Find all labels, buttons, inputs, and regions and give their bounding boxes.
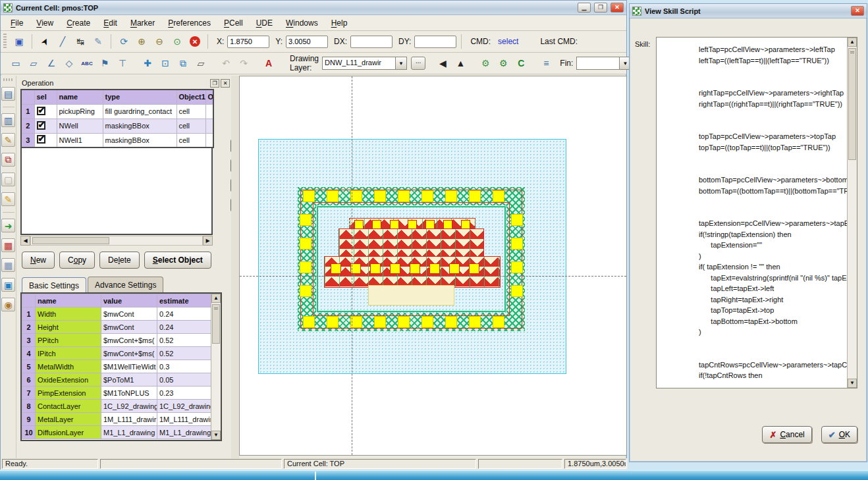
menu-ude[interactable]: UDE	[250, 16, 279, 30]
zoom-select-icon[interactable]: ⊙	[169, 34, 185, 49]
fin-combobox[interactable]: ▼	[576, 57, 631, 70]
skill-scroll-up-icon[interactable]: ▲	[848, 38, 857, 47]
scroll-up-icon[interactable]: ▲	[211, 294, 221, 303]
select-object-button[interactable]: Select Object	[144, 252, 211, 269]
settings-row[interactable]: 8ContactLayer1C_L92_drawing1C_L92_drawin…	[22, 400, 213, 413]
copy-button[interactable]: Copy	[59, 252, 95, 269]
settings-row[interactable]: 10DiffusionLayerM1_L1_drawingM1_L1_drawi…	[22, 426, 213, 439]
settings-row[interactable]: 4IPitch$mwCont+$ms(0.52	[22, 347, 213, 360]
cancel-command-icon[interactable]: ✕	[187, 34, 203, 49]
calendar-icon[interactable]: ▦	[1, 238, 15, 252]
minimize-button[interactable]: ▁	[578, 3, 591, 13]
panel-splitter[interactable]	[231, 76, 239, 458]
vscroll-thumb[interactable]	[212, 304, 220, 344]
settings-row[interactable]: 1Width$mwCont0.24	[22, 307, 213, 321]
cancel-button[interactable]: ✗Cancel	[762, 426, 811, 443]
settings-row[interactable]: 2Height$mwCont0.24	[22, 321, 213, 334]
operation-row[interactable]: 1pickupRingfill guardring_contactcell	[21, 104, 213, 119]
pcell-run-icon[interactable]: ⚙	[495, 55, 511, 71]
snap-mode-icon[interactable]: A	[261, 55, 277, 71]
settings-table[interactable]: namevalueestimate 1Width$mwCont0.242Heig…	[22, 294, 213, 439]
scroll-left-icon[interactable]: ◀	[20, 236, 30, 246]
scroll-down-icon[interactable]: ▼	[211, 431, 221, 440]
hscroll-thumb[interactable]	[32, 237, 109, 244]
x-coordinate-field[interactable]	[227, 36, 269, 48]
maximize-button[interactable]: ❐	[594, 3, 607, 13]
operation-hscrollbar[interactable]: ◀ ▶	[20, 236, 213, 246]
select-cursor-icon[interactable]: ➤	[37, 34, 53, 49]
toolbar-grip[interactable]	[3, 34, 7, 49]
layer-browse-button[interactable]: ...	[411, 57, 425, 70]
ok-button[interactable]: ✔OK	[821, 426, 857, 443]
settings-row[interactable]: 7PimpExtension$M1ToNPLUS0.23	[22, 387, 213, 400]
tab-advance-settings[interactable]: Advance Settings	[88, 277, 163, 292]
run-export-icon[interactable]: ➜	[1, 219, 15, 232]
operation-table-empty-area[interactable]	[20, 148, 213, 235]
operation-panel-titlebar[interactable]: Operation ❐ ✕	[20, 77, 231, 89]
drawing-layer-dropdown-icon[interactable]: ▼	[396, 57, 407, 70]
row-checkbox[interactable]	[37, 107, 45, 115]
row-checkbox[interactable]	[37, 135, 45, 144]
settings-row[interactable]: 3PPitch$mwCont+$ms(0.52	[22, 334, 213, 347]
skill-vscroll-thumb[interactable]	[848, 48, 856, 160]
settings-row[interactable]: 9MetalLayer1M_L111_drawir1M_L111_drawin	[22, 413, 213, 426]
skill-vscrollbar[interactable]: ▲ ▼	[847, 38, 857, 388]
settings-vscrollbar[interactable]: ▲ ▼	[211, 294, 221, 440]
settings-row[interactable]: 5MetalWidth$M1WellTieWidt0.3	[22, 360, 213, 373]
row-checkbox[interactable]	[37, 121, 45, 130]
dy-field[interactable]	[414, 36, 456, 48]
save-icon[interactable]: ▣	[11, 34, 27, 49]
undo-icon[interactable]: ↶	[218, 55, 234, 71]
script-list-icon[interactable]: ▤	[1, 87, 15, 101]
hierarchy-icon[interactable]: ⧉	[1, 153, 15, 167]
line-tool-icon[interactable]: ╱	[55, 34, 70, 49]
property-form-icon[interactable]: ▥	[1, 113, 15, 127]
redo-icon[interactable]: ↷	[236, 55, 252, 71]
align-icon[interactable]: ≡	[538, 55, 554, 71]
operation-row[interactable]: 2NWellmaskingBBoxcell	[21, 119, 213, 133]
measure-tool-icon[interactable]: ⊤	[115, 55, 130, 71]
copy-tool-icon[interactable]: ⧉	[175, 55, 191, 71]
skill-scroll-down-icon[interactable]: ▼	[848, 379, 857, 388]
settings-row[interactable]: 6OxideExtension$PoToM10.05	[22, 373, 213, 387]
pin-tool-icon[interactable]: ⚑	[97, 55, 113, 71]
pencil-note-icon[interactable]: ✎	[1, 192, 15, 206]
edit-window-icon[interactable]: ✎	[1, 133, 15, 147]
menu-file[interactable]: File	[5, 16, 29, 30]
zoom-out-icon[interactable]: ⊖	[151, 34, 167, 49]
skill-titlebar[interactable]: View Skill Script ✕	[630, 4, 867, 18]
scroll-right-icon[interactable]: ▶	[203, 236, 213, 246]
redraw-icon[interactable]: ⟳	[116, 34, 132, 49]
menu-windows[interactable]: Windows	[280, 16, 324, 30]
tab-basic-settings[interactable]: Basic Settings	[22, 277, 86, 293]
ruler-tool-icon[interactable]: ✎	[90, 34, 106, 49]
menu-view[interactable]: View	[30, 16, 59, 30]
delete-button[interactable]: Delete	[99, 252, 140, 269]
operation-row[interactable]: 3NWell1maskingBBoxcell	[21, 133, 213, 147]
menu-edit[interactable]: Edit	[97, 16, 123, 30]
layer-palette-icon[interactable]: ◉	[1, 298, 15, 311]
menu-help[interactable]: Help	[325, 16, 354, 30]
menu-pcell[interactable]: PCell	[218, 16, 249, 30]
new-button[interactable]: New	[22, 252, 55, 269]
menu-create[interactable]: Create	[61, 16, 96, 30]
close-button[interactable]: ✕	[610, 3, 624, 13]
skill-close-button[interactable]: ✕	[851, 6, 864, 16]
flip-horizontal-icon[interactable]: ◀	[435, 55, 450, 71]
operation-table[interactable]: selnametypeObject1O 1pickupRingfill guar…	[20, 89, 214, 148]
selection-box-icon[interactable]: ▢	[1, 173, 15, 186]
drawing-layer-value[interactable]: DNW_L11_drawir	[322, 57, 396, 70]
menu-preferences[interactable]: Preferences	[162, 16, 217, 30]
display-monitor-icon[interactable]: ▣	[1, 278, 15, 292]
pcell-eval-icon[interactable]: ⚙	[477, 55, 493, 71]
y-coordinate-field[interactable]	[286, 36, 328, 48]
close-panel-icon[interactable]: ✕	[221, 79, 230, 88]
layout-canvas[interactable]	[239, 76, 627, 456]
polygon-tool-icon[interactable]: ◇	[61, 55, 77, 71]
stretch-edit-icon[interactable]: ⊡	[157, 55, 173, 71]
path-tool-icon[interactable]: ∠	[43, 55, 59, 71]
desktop-taskbar[interactable]	[0, 470, 868, 480]
menu-marker[interactable]: Marker	[124, 16, 161, 30]
move-tool-icon[interactable]: ✚	[140, 55, 155, 71]
skill-code-area[interactable]: leftTap=pcCellView~>parameters~>leftTap …	[656, 37, 857, 388]
